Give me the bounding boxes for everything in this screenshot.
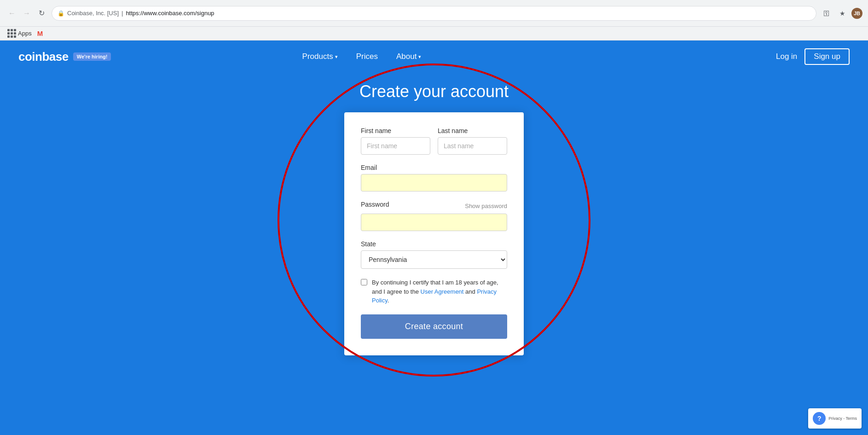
nav-prices[interactable]: Prices: [356, 52, 378, 61]
signup-button[interactable]: Sign up: [804, 48, 850, 65]
forward-button[interactable]: →: [20, 7, 33, 20]
user-agreement-link[interactable]: User Agreement: [421, 288, 464, 295]
url-text: https://www.coinbase.com/signup: [126, 10, 214, 17]
terms-checkbox[interactable]: [361, 279, 367, 285]
apps-text: Apps: [18, 30, 32, 37]
recaptcha-icon: ?: [813, 412, 826, 425]
apps-grid-icon: [7, 29, 16, 38]
navbar-actions: Log in Sign up: [776, 48, 850, 65]
hiring-badge[interactable]: We're hiring!: [73, 52, 111, 61]
browser-chrome: ← → ↻ 🔒 Coinbase, Inc. [US] | https://ww…: [0, 0, 868, 27]
star-icon-button[interactable]: ★: [836, 7, 849, 20]
key-icon-button[interactable]: ⚿: [820, 7, 833, 20]
password-row: Password Show password: [361, 201, 507, 211]
reload-button[interactable]: ↻: [35, 7, 48, 20]
gmail-icon: M: [37, 29, 43, 37]
email-label: Email: [361, 164, 507, 171]
main-content: Create your account First name Last name…: [0, 73, 868, 374]
last-name-group: Last name: [438, 127, 507, 155]
email-group: Email: [361, 164, 507, 191]
terms-row: By continuing I certify that I am 18 yea…: [361, 278, 507, 305]
state-select[interactable]: Pennsylvania Alabama Alaska Arizona Cali…: [361, 250, 507, 269]
terms-text-part2: and: [463, 288, 477, 295]
login-button[interactable]: Log in: [776, 52, 797, 61]
prices-label: Prices: [356, 52, 378, 61]
gmail-bookmark[interactable]: M: [37, 29, 43, 38]
apps-label[interactable]: Apps: [7, 29, 32, 38]
nav-products[interactable]: Products ▾: [302, 52, 338, 61]
about-label: About: [396, 52, 417, 61]
address-bar[interactable]: 🔒 Coinbase, Inc. [US] | https://www.coin…: [52, 6, 816, 21]
recaptcha-label: Privacy - Terms: [828, 416, 857, 421]
first-name-label: First name: [361, 127, 430, 134]
products-chevron: ▾: [335, 54, 338, 60]
form-card: First name Last name Email Password Show…: [344, 112, 524, 355]
state-label: State: [361, 240, 507, 248]
url-site-name: Coinbase, Inc. [US]: [67, 10, 119, 17]
navbar: coinbase We're hiring! Products ▾ Prices…: [0, 41, 868, 73]
nav-about[interactable]: About ▾: [396, 52, 421, 61]
back-button[interactable]: ←: [6, 7, 18, 20]
recaptcha-badge: ? Privacy - Terms: [808, 408, 862, 429]
brand-name: coinbase: [18, 50, 69, 64]
page-title: Create your account: [359, 82, 509, 101]
recaptcha-text: Privacy - Terms: [828, 416, 857, 421]
create-account-button[interactable]: Create account: [361, 314, 507, 339]
password-input[interactable]: [361, 214, 507, 231]
page-content: coinbase We're hiring! Products ▾ Prices…: [0, 41, 868, 435]
terms-text-part3: .: [388, 297, 389, 304]
url-separator: |: [122, 10, 123, 17]
last-name-label: Last name: [438, 127, 507, 134]
show-password-link[interactable]: Show password: [465, 203, 507, 209]
avatar[interactable]: JB: [851, 8, 862, 19]
first-name-group: First name: [361, 127, 430, 155]
state-group: State Pennsylvania Alabama Alaska Arizon…: [361, 240, 507, 269]
products-label: Products: [302, 52, 333, 61]
terms-text: By continuing I certify that I am 18 yea…: [372, 278, 507, 305]
first-name-input[interactable]: [361, 137, 430, 155]
name-row: First name Last name: [361, 127, 507, 155]
navbar-nav: Products ▾ Prices About ▾: [302, 52, 422, 61]
password-group: Password Show password: [361, 201, 507, 231]
navbar-brand: coinbase We're hiring!: [18, 50, 111, 64]
last-name-input[interactable]: [438, 137, 507, 155]
browser-right-icons: ⚿ ★ JB: [820, 7, 862, 20]
lock-icon: 🔒: [58, 10, 64, 17]
browser-nav-buttons: ← → ↻: [6, 7, 48, 20]
email-input[interactable]: [361, 174, 507, 191]
password-label: Password: [361, 201, 389, 208]
about-chevron: ▾: [418, 54, 421, 60]
